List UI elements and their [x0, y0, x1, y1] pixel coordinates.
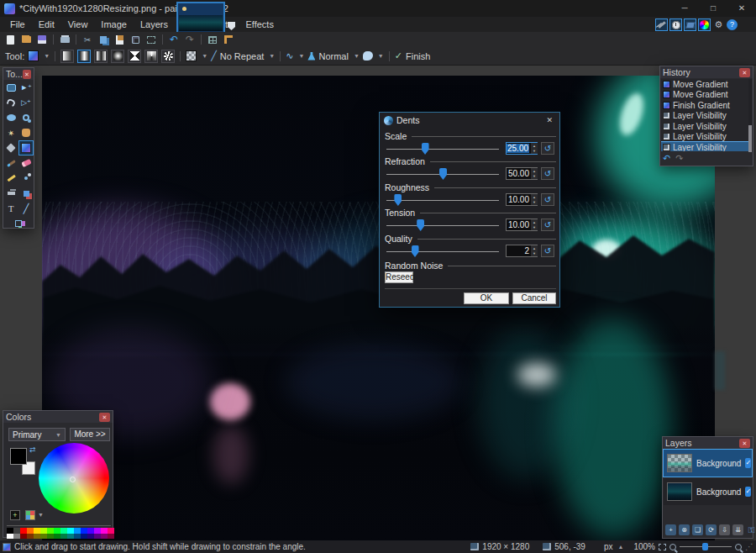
palette-swatch[interactable]	[101, 534, 108, 540]
delete-layer-icon[interactable]: ⊗	[679, 524, 690, 535]
slider-thumb[interactable]	[417, 219, 424, 231]
gradient-mode-spiral[interactable]	[161, 50, 175, 63]
history-item[interactable]: Layer Visibility	[661, 121, 748, 132]
new-document-icon[interactable]	[3, 34, 17, 45]
history-scrollbar-thumb[interactable]	[748, 125, 752, 152]
finish-button[interactable]: Finish	[406, 51, 430, 61]
slider-track[interactable]	[386, 200, 499, 201]
open-folder-icon[interactable]	[19, 34, 33, 45]
chevron-down-icon[interactable]: ▼	[44, 53, 50, 59]
history-panel-titlebar[interactable]: History ✕	[660, 66, 753, 78]
close-icon[interactable]: ✕	[543, 116, 555, 124]
print-icon[interactable]	[58, 34, 71, 45]
tool-gradient-icon[interactable]	[18, 140, 34, 155]
palette-swatch[interactable]	[47, 534, 54, 540]
crop-to-selection-icon[interactable]	[129, 34, 142, 45]
palette-swatch[interactable]	[13, 534, 20, 540]
ok-button[interactable]: OK	[464, 292, 509, 304]
close-icon[interactable]: ✕	[739, 439, 750, 448]
layers-toggle-icon[interactable]	[684, 18, 696, 31]
history-item[interactable]: Layer Visibility	[661, 111, 748, 122]
tool-picker-icon[interactable]	[18, 171, 34, 186]
history-item[interactable]: Finish Gradient	[661, 100, 748, 111]
tool-movepixels-icon[interactable]: ►⁺	[18, 80, 34, 95]
dents-dialog-titlebar[interactable]: Dents ✕	[380, 113, 559, 128]
chevron-down-icon[interactable]: ▼	[269, 53, 275, 59]
tool-lasso-icon[interactable]	[3, 95, 18, 110]
palette-swatch[interactable]	[74, 534, 81, 540]
current-tool-gradient-icon[interactable]	[28, 50, 39, 61]
unit-dropdown[interactable]: px	[604, 542, 613, 551]
add-color-icon[interactable]: +	[10, 510, 20, 520]
spinner-arrows[interactable]: ▲▼	[531, 143, 538, 154]
history-toggle-icon[interactable]	[669, 18, 682, 31]
slider-thumb[interactable]	[439, 168, 447, 180]
color-target-dropdown[interactable]: Primary ▼	[8, 428, 66, 441]
layer-row[interactable]: Background✓	[664, 478, 752, 505]
palette-swatch[interactable]	[87, 534, 94, 540]
repeat-mode-value[interactable]: No Repeat	[220, 51, 265, 61]
reset-icon[interactable]: ↺	[541, 245, 554, 257]
cancel-button[interactable]: Cancel	[512, 292, 556, 304]
tool-pan-icon[interactable]	[18, 125, 34, 140]
history-item[interactable]: Layer Visibility	[661, 132, 748, 143]
palette-swatch[interactable]	[54, 534, 60, 540]
zoom-slider-thumb[interactable]	[702, 543, 708, 550]
antialias-icon[interactable]	[363, 51, 373, 61]
palette-swatch[interactable]	[94, 534, 101, 540]
zoom-slider[interactable]	[680, 543, 732, 550]
palette-swatch[interactable]	[60, 534, 67, 540]
palette-swatch[interactable]	[20, 534, 27, 540]
deselect-icon[interactable]	[144, 34, 158, 45]
help-icon[interactable]: ?	[727, 19, 738, 30]
flatten-icon[interactable]: ⇊	[732, 524, 743, 535]
menu-layers[interactable]: Layers	[134, 17, 175, 32]
slider-track[interactable]	[386, 149, 499, 150]
chevron-up-icon[interactable]: ▲	[617, 544, 623, 550]
tool-pencil-icon[interactable]	[3, 171, 18, 186]
palette-swatch[interactable]	[27, 534, 34, 540]
tool-eraser-icon[interactable]	[18, 155, 34, 171]
chevron-down-icon[interactable]: ▼	[38, 512, 44, 518]
rotate-zoom-icon[interactable]: ⟳	[706, 524, 717, 535]
blend-mode-value[interactable]: Normal	[318, 51, 348, 61]
menu-edit[interactable]: Edit	[32, 17, 61, 32]
menu-image[interactable]: Image	[94, 17, 134, 32]
reset-icon[interactable]: ↺	[541, 193, 554, 206]
slider-thumb[interactable]	[422, 143, 429, 155]
layer-visible-checkbox[interactable]: ✓	[745, 487, 751, 497]
history-item[interactable]: Move Gradient	[661, 79, 748, 90]
tool-zoom-icon[interactable]	[18, 110, 34, 125]
paste-icon[interactable]	[113, 34, 126, 45]
duplicate-layer-icon[interactable]: ❏	[692, 524, 703, 535]
reset-icon[interactable]: ↺	[541, 219, 554, 231]
history-item[interactable]: Layer Visibility	[661, 142, 748, 151]
fit-window-icon[interactable]	[659, 544, 666, 550]
chevron-down-icon[interactable]: ▼	[378, 53, 384, 59]
colors-panel-titlebar[interactable]: Colors ✕	[3, 411, 113, 423]
menu-effects[interactable]: Effects	[239, 17, 281, 32]
more-button[interactable]: More >>	[70, 428, 110, 441]
history-item[interactable]: Move Gradient	[661, 90, 748, 101]
tools-panel-titlebar[interactable]: To... ✕	[3, 68, 34, 80]
palette-swatch[interactable]	[108, 534, 114, 540]
zoom-value[interactable]: 100%	[633, 542, 655, 551]
gradient-mode-linear[interactable]	[60, 50, 74, 63]
alpha-mode-icon[interactable]	[186, 50, 197, 61]
tool-brush-icon[interactable]	[3, 155, 18, 171]
tool-shapes-icon[interactable]	[11, 216, 26, 231]
chevron-down-icon[interactable]: ▼	[202, 53, 207, 59]
gradient-mode-diamond[interactable]	[128, 50, 141, 63]
tool-ellipse-icon[interactable]	[3, 110, 18, 125]
close-icon[interactable]: ✕	[99, 413, 110, 422]
redo-icon[interactable]: ↷	[183, 34, 197, 45]
history-redo-icon[interactable]: ↷	[675, 153, 683, 164]
palette-swatch[interactable]	[67, 534, 74, 540]
primary-color-swatch[interactable]	[10, 448, 27, 465]
tool-movesel-icon[interactable]: ▷⁺	[18, 95, 34, 110]
resize-grip[interactable]: ⋰	[745, 542, 753, 551]
gradient-mode-linear-reflected[interactable]	[77, 50, 91, 63]
copy-icon[interactable]	[97, 34, 110, 45]
layer-visible-checkbox[interactable]: ✓	[745, 458, 751, 468]
settings-gear-icon[interactable]: ⚙	[712, 18, 725, 31]
